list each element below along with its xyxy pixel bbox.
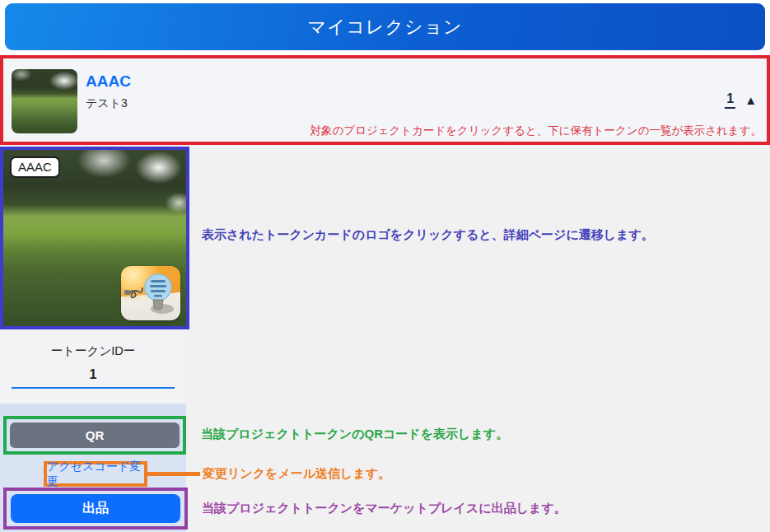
sell-highlight-box: 出品 [3, 488, 188, 530]
project-subtitle: テスト3 [86, 96, 128, 111]
collapse-triangle-icon[interactable]: ▲ [744, 93, 757, 107]
sell-button[interactable]: 出品 [11, 494, 180, 523]
project-card-annotation: 対象のプロジェクトカードをクリックすると、下に保有トークンの一覧が表示されます。 [310, 124, 762, 138]
token-id-underline [12, 387, 175, 389]
token-card[interactable]: AAAC [0, 147, 189, 329]
page-title: マイコレクション [307, 15, 462, 40]
orange-connector-line [147, 472, 200, 476]
project-thumbnail-image[interactable] [12, 69, 77, 133]
qr-button[interactable]: QR [10, 422, 180, 448]
sell-annotation: 当該プロジェクトトークンをマーケットプレイスに出品します。 [202, 501, 567, 516]
access-code-highlight-box: アクセスコード変更 [44, 461, 147, 487]
access-code-change-link[interactable]: アクセスコード変更 [47, 460, 144, 489]
divider-band [0, 404, 186, 416]
project-card-highlight-box: AAAC テスト3 1 ▲ 対象のプロジェクトカードをクリックすると、下に保有ト… [0, 55, 770, 145]
qr-highlight-box: QR [3, 416, 186, 455]
qr-annotation: 当該プロジェクトトークンのQRコードを表示します。 [201, 427, 508, 442]
logo-annotation: 表示されたトークンカードのロゴをクリックすると、詳細ページに遷移します。 [202, 227, 654, 243]
token-count-value[interactable]: 1 [725, 91, 735, 109]
project-name-link[interactable]: AAAC [86, 72, 131, 91]
token-name-badge: AAAC [10, 156, 60, 178]
token-id-label: ートークンIDー [0, 331, 186, 359]
token-count-group[interactable]: 1 ▲ [725, 91, 757, 109]
access-code-annotation: 変更リンクをメール送信します。 [203, 466, 390, 482]
page-header: マイコレクション [5, 3, 765, 50]
lightbulb-logo-icon[interactable] [121, 266, 180, 320]
token-id-section: ートークンIDー 1 [0, 331, 186, 404]
main-content: AAAC ートークンIDー 1 [0, 145, 770, 532]
token-id-value: 1 [0, 367, 186, 382]
